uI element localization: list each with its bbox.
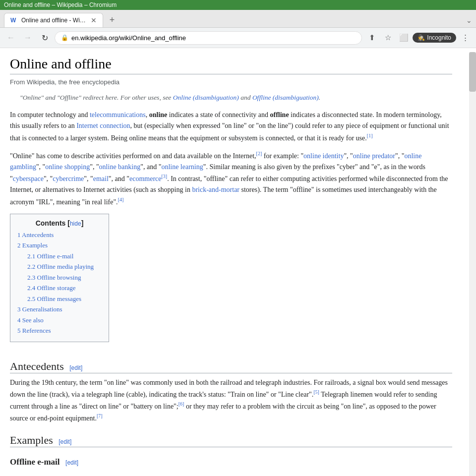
link-ecommerce[interactable]: ecommerce xyxy=(129,175,162,182)
share-button[interactable]: ⬆ xyxy=(365,31,379,45)
ref-4[interactable]: [4] xyxy=(118,197,124,202)
link-online-identity[interactable]: online identity xyxy=(303,152,344,159)
intro-text-1: In computer technology and xyxy=(10,111,90,119)
toc-num-2-1: 2.1 xyxy=(27,252,37,260)
incognito-button[interactable]: 🕵 Incognito xyxy=(413,33,456,43)
toc-link-2[interactable]: 2 Examples xyxy=(17,241,48,249)
toc-item-5: 5 References xyxy=(17,326,102,336)
ref-6[interactable]: [6] xyxy=(178,401,184,407)
toc-label-2-2: Offline media playing xyxy=(37,263,94,270)
toc-link-2-1[interactable]: 2.1 Offline e-mail xyxy=(27,252,73,260)
toc-item-3: 3 Generalisations xyxy=(17,304,102,314)
link-cybercrime[interactable]: cybercrime xyxy=(53,175,84,182)
antecedents-heading: Antecedents [edit] xyxy=(10,360,452,373)
toc-num-1: 1 xyxy=(17,231,22,238)
toc-link-5[interactable]: 5 References xyxy=(17,327,51,334)
sep3: ", " xyxy=(36,163,45,171)
antecedents-edit-link[interactable]: [edit] xyxy=(69,364,82,371)
back-button[interactable]: ← xyxy=(4,31,18,45)
ref-7[interactable]: [7] xyxy=(97,413,103,418)
toc-link-2-3[interactable]: 2.3 Offline browsing xyxy=(27,274,81,281)
tab-close-button[interactable]: ✕ xyxy=(91,16,97,24)
extend-button[interactable]: ⬜ xyxy=(397,31,411,45)
toc-num-2-4: 2.4 xyxy=(27,284,37,292)
scrollbar-thumb[interactable] xyxy=(469,52,476,92)
page-subtitle: From Wikipedia, the free encyclopedia xyxy=(10,78,452,86)
ref-7-link[interactable]: [7] xyxy=(97,413,103,418)
toc-link-2-2[interactable]: 2.2 Offline media playing xyxy=(27,263,94,270)
toc-label-2-1: Offline e-mail xyxy=(37,252,74,260)
ref-1-link[interactable]: [1] xyxy=(367,133,373,138)
ref-5-link[interactable]: [5] xyxy=(313,389,319,395)
intro-paragraph-2: "Online" has come to describe activities… xyxy=(10,150,452,208)
sep2: ", " xyxy=(395,152,404,159)
ref-3[interactable]: [3] xyxy=(162,174,168,179)
incognito-label: Incognito xyxy=(427,34,451,41)
link-online-predator[interactable]: online predator xyxy=(353,152,395,159)
hatnote-text: "Online" and "Offline" redirect here. Fo… xyxy=(20,94,171,101)
browser-toolbar: ← → ↻ 🔒 en.wikipedia.org/wiki/Online_and… xyxy=(0,28,476,48)
antecedents-edit[interactable]: [edit] xyxy=(69,364,82,371)
toc-item-2-1: 2.1 Offline e-mail xyxy=(27,251,102,261)
offline-email-edit-link[interactable]: [edit] xyxy=(65,459,78,466)
hatnote-period: . xyxy=(319,94,320,101)
toc-item-4: 4 See also xyxy=(17,315,102,325)
toc-link-3[interactable]: 3 Generalisations xyxy=(17,305,62,313)
ref-1[interactable]: [1] xyxy=(367,133,373,138)
toc-link-1[interactable]: 1 Antecedents xyxy=(17,231,54,238)
sep5: ", and " xyxy=(140,163,161,171)
toc-num-3: 3 xyxy=(17,305,22,313)
forward-button[interactable]: → xyxy=(21,31,35,45)
more-button[interactable]: ⋮ xyxy=(458,31,472,45)
browser-tab-active[interactable]: W Online and offline - Wikip ✕ xyxy=(4,13,103,27)
intro-p2-text1: "Online" has come to describe activities… xyxy=(10,152,256,159)
address-bar[interactable]: 🔒 en.wikipedia.org/wiki/Online_and_offli… xyxy=(55,31,362,45)
examples-edit[interactable]: [edit] xyxy=(59,438,71,445)
page-content: Online and offline From Wikipedia, the f… xyxy=(0,48,466,472)
ref-5[interactable]: [5] xyxy=(313,389,319,395)
toc-link-2-4[interactable]: 2.4 Offline storage xyxy=(27,284,76,292)
link-brick-mortar[interactable]: brick-and-mortar xyxy=(192,186,239,193)
toc-sublist-2: 2.1 Offline e-mail 2.2 Offline media pla… xyxy=(17,251,102,304)
toc-num-2-5: 2.5 xyxy=(27,295,37,302)
examples-heading: Examples [edit] xyxy=(10,434,452,447)
toc-link-2-5[interactable]: 2.5 Offline messages xyxy=(27,295,81,302)
toc-label-2: Examples xyxy=(22,241,48,249)
incognito-icon: 🕵 xyxy=(417,34,425,41)
intro-p2-text2: for example: " xyxy=(262,152,303,159)
ref-4-link[interactable]: [4] xyxy=(118,197,124,202)
tab-favicon: W xyxy=(10,17,17,24)
ref-6-link[interactable]: [6] xyxy=(178,401,184,407)
table-of-contents: Contents [hide] 1 Antecedents 2 Examples… xyxy=(10,214,109,342)
bookmark-button[interactable]: ☆ xyxy=(381,31,395,45)
link-email[interactable]: email xyxy=(93,175,109,182)
link-online-learning[interactable]: online learning xyxy=(161,163,203,171)
link-internet-connection[interactable]: Internet connection xyxy=(76,122,130,129)
hatnote-link-online[interactable]: Online (disambiguation) xyxy=(173,94,239,101)
link-telecommunications[interactable]: telecommunications xyxy=(90,111,146,119)
ref-2-link[interactable]: [2] xyxy=(256,151,262,156)
examples-edit-link[interactable]: [edit] xyxy=(59,438,71,445)
toc-hide-link[interactable]: hide xyxy=(70,220,81,227)
bold-online: online xyxy=(149,111,168,119)
browser-tabbar: W Online and offline - Wikip ✕ + ⌄ xyxy=(0,10,476,28)
new-tab-button[interactable]: + xyxy=(105,13,119,27)
toc-link-4[interactable]: 4 See also xyxy=(17,316,44,324)
link-cyberspace[interactable]: cyberspace xyxy=(13,175,44,182)
scrollbar-track[interactable] xyxy=(469,52,476,472)
link-online-shopping[interactable]: online shopping xyxy=(45,163,90,171)
address-lock-icon: 🔒 xyxy=(61,34,68,41)
antecedents-paragraph: During the 19th century, the term "on li… xyxy=(10,377,452,424)
ref-3-link[interactable]: [3] xyxy=(162,174,168,179)
hatnote-link-offline[interactable]: Offline (disambiguation) xyxy=(252,94,319,101)
link-online-banking[interactable]: online banking xyxy=(99,163,141,171)
ref-2[interactable]: [2] xyxy=(256,151,262,156)
toc-bracket-close: ] xyxy=(81,219,84,227)
browser-titlebar: Online and offline – Wikipedia – Chromiu… xyxy=(0,0,476,10)
sep4: ", " xyxy=(90,163,99,171)
reload-button[interactable]: ↻ xyxy=(38,31,52,45)
toc-item-2-3: 2.3 Offline browsing xyxy=(27,273,102,283)
tab-expand-button[interactable]: ⌄ xyxy=(466,16,472,24)
toc-item-2-4: 2.4 Offline storage xyxy=(27,283,102,293)
offline-email-edit[interactable]: [edit] xyxy=(65,459,78,466)
